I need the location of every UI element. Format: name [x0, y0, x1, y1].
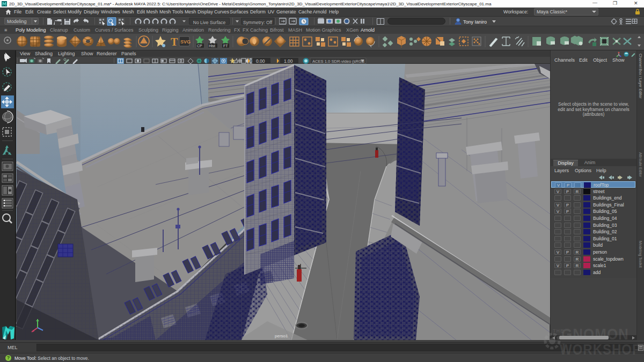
svg-text:1.00: 1.00	[284, 58, 293, 64]
svg-text:SVG: SVG	[180, 39, 191, 45]
svg-text:0.00: 0.00	[256, 58, 265, 64]
svg-text:CP: CP	[197, 44, 202, 48]
svg-text:perso1: perso1	[275, 334, 288, 338]
svg-text:T: T	[171, 36, 178, 48]
svg-text:FT: FT	[223, 44, 228, 48]
svg-text:Hist: Hist	[209, 44, 215, 48]
svg-text:ACES 1.0 SDR-video (sRGB: ACES 1.0 SDR-video (sRGB	[312, 59, 364, 64]
